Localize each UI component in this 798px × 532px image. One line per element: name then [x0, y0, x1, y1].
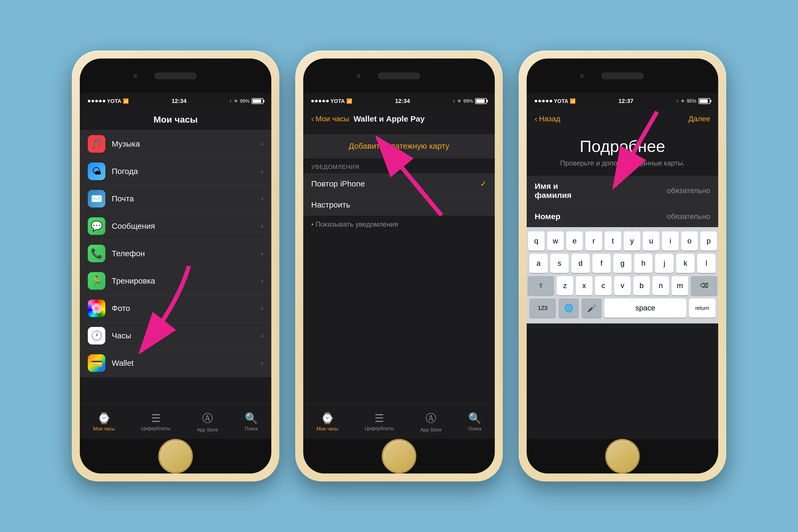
battery-icon-1 [252, 98, 263, 104]
tab-dials-icon-1: ☰ [151, 412, 161, 424]
key-c[interactable]: c [595, 276, 611, 295]
carrier-1: YOTA [107, 98, 121, 104]
key-y[interactable]: y [624, 231, 640, 251]
key-b[interactable]: b [633, 276, 650, 295]
list-item-wallet[interactable]: 💳 Wallet › [80, 349, 271, 377]
back-arrow-3: ‹ [535, 114, 537, 124]
home-button-1[interactable] [158, 439, 193, 474]
key-m[interactable]: m [672, 276, 688, 295]
tab-appstore-1[interactable]: Ⓐ App Store [197, 411, 218, 433]
key-t[interactable]: t [605, 231, 621, 251]
key-i[interactable]: i [662, 231, 679, 251]
key-q[interactable]: q [528, 231, 545, 251]
key-z[interactable]: z [557, 276, 573, 295]
list-item-messages[interactable]: 💬 Сообщения › [80, 212, 271, 240]
tab-search-2[interactable]: 🔍 Поиск [468, 412, 481, 432]
tab-appstore-icon-2: Ⓐ [425, 411, 436, 425]
chevron-wallet: › [261, 359, 263, 367]
key-globe[interactable]: 🌐 [558, 299, 579, 318]
key-l[interactable]: l [697, 254, 716, 273]
key-e[interactable]: e [566, 231, 583, 251]
chevron-photos: › [261, 305, 263, 312]
list-section-2: Добавить платежную карту УВЕДОМЛЕНИЯ Пов… [303, 129, 495, 404]
notifications-section: Повтор iPhone ✓ Настроить [303, 173, 495, 215]
signal-dots [88, 100, 105, 102]
form-label-name: Имя и фамилия [535, 182, 593, 200]
nav-back-3[interactable]: ‹ Назад [535, 114, 560, 124]
workout-icon: 🏃 [88, 272, 105, 290]
key-w[interactable]: w [547, 231, 564, 251]
notif-item-configure[interactable]: Настроить [303, 194, 495, 215]
detail-title-3: Подробнее [527, 129, 718, 158]
location-icon-1: ↑ [229, 98, 232, 104]
nav-right-3[interactable]: Далее [688, 115, 710, 123]
location-icon-3: ↑ [676, 98, 679, 104]
key-s[interactable]: s [550, 254, 569, 273]
back-label-2: Мои часы [316, 115, 349, 123]
list-item-mail[interactable]: ✉️ Почта › [80, 185, 271, 212]
key-space[interactable]: space [604, 299, 686, 318]
back-arrow-2: ‹ [311, 114, 314, 124]
status-bar-1: YOTA 📶 12:34 ↑ ✳ 99% [80, 93, 271, 109]
tab-mywatch-1[interactable]: ⌚ Мои часы [93, 412, 115, 432]
tab-mywatch-2[interactable]: ⌚ Мои часы [317, 412, 338, 432]
camera-3 [580, 74, 584, 78]
tab-dials-icon-2: ☰ [375, 412, 384, 424]
key-shift[interactable]: ⇧ [528, 276, 554, 295]
key-h[interactable]: h [634, 254, 652, 273]
key-123[interactable]: 123 [529, 299, 556, 318]
key-d[interactable]: d [571, 254, 590, 273]
tab-appstore-label-2: App Store [420, 427, 441, 433]
home-button-3[interactable] [605, 439, 640, 474]
key-n[interactable]: n [652, 276, 669, 295]
iphone-3: YOTA 📶 12:37 ↑ ✳ 95% ‹ Назад Далее [519, 51, 726, 481]
checkmark-repeat: ✓ [480, 179, 487, 188]
wifi-icon-3: 📶 [570, 98, 576, 104]
tab-dials-1[interactable]: ☰ Циферблаты [141, 412, 170, 432]
speaker-2 [378, 72, 420, 79]
notif-configure-label: Настроить [311, 200, 487, 209]
list-item-workout[interactable]: 🏃 Тренировка › [80, 267, 271, 295]
battery-percent-1: 99% [240, 98, 249, 104]
signal-dots-2 [311, 100, 329, 102]
tab-bar-2: ⌚ Мои часы ☰ Циферблаты Ⓐ App Store 🔍 По… [303, 404, 495, 439]
list-item-weather[interactable]: 🌤 Погода › [80, 158, 271, 185]
nav-back-2[interactable]: ‹ Мои часы [311, 114, 349, 124]
key-row-4: 123 🌐 🎤 space return [529, 299, 716, 318]
tab-search-1[interactable]: 🔍 Поиск [245, 412, 258, 432]
key-r[interactable]: r [586, 231, 602, 251]
add-card-button[interactable]: Добавить платежную карту [303, 134, 495, 158]
key-k[interactable]: k [676, 254, 695, 273]
tab-appstore-2[interactable]: Ⓐ App Store [420, 411, 441, 433]
home-button-2[interactable] [382, 439, 416, 474]
list-item-clock[interactable]: 🕐 Часы › [80, 322, 271, 349]
key-o[interactable]: o [681, 231, 698, 251]
key-g[interactable]: g [613, 254, 632, 273]
battery-fill-3 [700, 99, 708, 103]
key-f[interactable]: f [592, 254, 611, 273]
key-x[interactable]: x [576, 276, 592, 295]
tab-dials-label-1: Циферблаты [141, 426, 170, 432]
key-u[interactable]: u [643, 231, 660, 251]
battery-fill-2 [476, 99, 484, 103]
list-item-music[interactable]: 🎵 Музыка › [80, 130, 271, 158]
status-right-2: ↑ ✳ 99% [453, 98, 487, 104]
list-item-photos[interactable]: 🌸 Фото › [80, 295, 271, 322]
section-header-notif: УВЕДОМЛЕНИЯ [303, 158, 495, 173]
chevron-clock: › [261, 332, 263, 339]
mail-label: Почта [112, 194, 261, 203]
key-delete[interactable]: ⌫ [691, 276, 717, 295]
key-a[interactable]: a [529, 254, 548, 273]
notif-item-repeat[interactable]: Повтор iPhone ✓ [303, 173, 495, 194]
key-p[interactable]: p [700, 231, 717, 251]
tab-dials-2[interactable]: ☰ Циферблаты [365, 412, 394, 432]
status-left-2: YOTA 📶 [311, 98, 352, 104]
key-v[interactable]: v [614, 276, 631, 295]
list-item-phone[interactable]: 📞 Телефон › [80, 240, 271, 267]
key-mic[interactable]: 🎤 [582, 299, 602, 318]
key-j[interactable]: j [655, 254, 673, 273]
key-return[interactable]: return [689, 299, 716, 318]
key-row-1: q w e r t y u i o p [529, 231, 716, 251]
add-card-section: Добавить платежную карту [303, 134, 495, 158]
iphone-1: YOTA 📶 12:34 ↑ ✳ 99% Мои часы 🎵 Музыка [72, 51, 279, 481]
